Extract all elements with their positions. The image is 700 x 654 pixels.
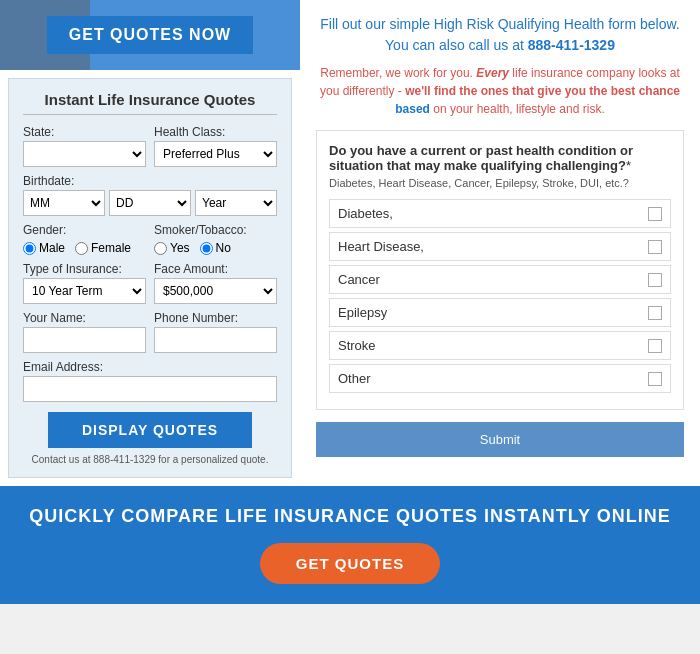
gender-group: Gender: Male Female <box>23 223 146 255</box>
display-quotes-button[interactable]: DISPLAY QUOTES <box>48 412 251 448</box>
conditions-list: Diabetes, Heart Disease, Cancer Epilepsy… <box>329 199 671 393</box>
get-quotes-now-button[interactable]: GET QUOTES NOW <box>47 16 253 54</box>
phone-number-label: Phone Number: <box>154 311 277 325</box>
gender-label: Gender: <box>23 223 146 237</box>
epilepsy-checkbox[interactable] <box>648 306 662 320</box>
year-select[interactable]: Year <box>195 190 277 216</box>
male-radio-label[interactable]: Male <box>23 241 65 255</box>
insurance-type-group: Type of Insurance: 10 Year Term 20 Year … <box>23 262 146 304</box>
female-radio-label[interactable]: Female <box>75 241 131 255</box>
phone-input[interactable] <box>154 327 277 353</box>
birthdate-selects: MM DD Year <box>23 190 277 216</box>
condition-label: Stroke <box>338 338 376 353</box>
health-class-select[interactable]: Preferred Plus Preferred Standard Plus S… <box>154 141 277 167</box>
phone-group: Phone Number: <box>154 311 277 353</box>
submit-button[interactable]: Submit <box>316 422 684 457</box>
email-group: Email Address: <box>23 360 277 402</box>
health-question-text: Do you have a current or past health con… <box>329 143 633 173</box>
hero-banner: GET QUOTES NOW <box>0 0 300 70</box>
other-checkbox[interactable] <box>648 372 662 386</box>
condition-label: Cancer <box>338 272 380 287</box>
health-class-group: Health Class: Preferred Plus Preferred S… <box>154 125 277 167</box>
condition-label: Heart Disease, <box>338 239 424 254</box>
condition-label: Epilepsy <box>338 305 387 320</box>
male-radio[interactable] <box>23 242 36 255</box>
quote-form-title: Instant Life Insurance Quotes <box>23 91 277 115</box>
no-radio[interactable] <box>200 242 213 255</box>
smoker-label: Smoker/Tobacco: <box>154 223 277 237</box>
state-label: State: <box>23 125 146 139</box>
required-marker: * <box>626 158 631 173</box>
phone-number: 888-411-1329 <box>528 37 615 53</box>
condition-label: Diabetes, <box>338 206 393 221</box>
left-column: GET QUOTES NOW Instant Life Insurance Qu… <box>0 0 300 486</box>
quote-form-box: Instant Life Insurance Quotes State: Hea… <box>8 78 292 478</box>
bottom-banner: QUICKLY COMPARE LIFE INSURANCE QUOTES IN… <box>0 486 700 604</box>
insurance-type-label: Type of Insurance: <box>23 262 146 276</box>
yes-radio[interactable] <box>154 242 167 255</box>
month-select[interactable]: MM <box>23 190 105 216</box>
birthdate-label: Birthdate: <box>23 174 277 188</box>
state-group: State: <box>23 125 146 167</box>
email-row: Email Address: <box>23 360 277 402</box>
health-class-label: Health Class: <box>154 125 277 139</box>
insurance-face-row: Type of Insurance: 10 Year Term 20 Year … <box>23 262 277 304</box>
birthdate-group: Birthdate: MM DD Year <box>23 174 277 216</box>
diabetes-checkbox[interactable] <box>648 207 662 221</box>
gender-smoker-row: Gender: Male Female Smoker/Tobacco: <box>23 223 277 255</box>
no-radio-label[interactable]: No <box>200 241 231 255</box>
right-header: Fill out our simple High Risk Qualifying… <box>316 14 684 56</box>
condition-other[interactable]: Other <box>329 364 671 393</box>
day-select[interactable]: DD <box>109 190 191 216</box>
bottom-banner-title: QUICKLY COMPARE LIFE INSURANCE QUOTES IN… <box>20 506 680 527</box>
health-question-box: Do you have a current or past health con… <box>316 130 684 410</box>
name-phone-row: Your Name: Phone Number: <box>23 311 277 353</box>
email-label: Email Address: <box>23 360 277 374</box>
yes-radio-label[interactable]: Yes <box>154 241 190 255</box>
header-line1: Fill out our simple High Risk Qualifying… <box>320 16 679 32</box>
name-label: Your Name: <box>23 311 146 325</box>
condition-cancer[interactable]: Cancer <box>329 265 671 294</box>
health-question: Do you have a current or past health con… <box>329 143 671 173</box>
right-note: Remember, we work for you. Every life in… <box>316 64 684 118</box>
header-line2: You can also call us at 888-411-1329 <box>385 37 615 53</box>
state-health-row: State: Health Class: Preferred Plus Pref… <box>23 125 277 167</box>
insurance-type-select[interactable]: 10 Year Term 20 Year Term 30 Year Term <box>23 278 146 304</box>
name-input[interactable] <box>23 327 146 353</box>
condition-epilepsy[interactable]: Epilepsy <box>329 298 671 327</box>
birthdate-row-container: Birthdate: MM DD Year <box>23 174 277 216</box>
right-column: Fill out our simple High Risk Qualifying… <box>300 0 700 486</box>
face-amount-select[interactable]: $500,000 $250,000 $1,000,000 <box>154 278 277 304</box>
contact-note: Contact us at 888-411-1329 for a persona… <box>23 454 277 465</box>
condition-diabetes[interactable]: Diabetes, <box>329 199 671 228</box>
face-amount-group: Face Amount: $500,000 $250,000 $1,000,00… <box>154 262 277 304</box>
gender-radio-group: Male Female <box>23 241 146 255</box>
condition-heart-disease[interactable]: Heart Disease, <box>329 232 671 261</box>
condition-stroke[interactable]: Stroke <box>329 331 671 360</box>
condition-label: Other <box>338 371 371 386</box>
smoker-radio-group: Yes No <box>154 241 277 255</box>
email-input[interactable] <box>23 376 277 402</box>
cancer-checkbox[interactable] <box>648 273 662 287</box>
heart-disease-checkbox[interactable] <box>648 240 662 254</box>
health-examples: Diabetes, Heart Disease, Cancer, Epileps… <box>329 177 671 189</box>
bottom-get-quotes-button[interactable]: GET QUOTES <box>260 543 440 584</box>
name-group: Your Name: <box>23 311 146 353</box>
face-amount-label: Face Amount: <box>154 262 277 276</box>
smoker-group: Smoker/Tobacco: Yes No <box>154 223 277 255</box>
stroke-checkbox[interactable] <box>648 339 662 353</box>
female-radio[interactable] <box>75 242 88 255</box>
state-select[interactable] <box>23 141 146 167</box>
